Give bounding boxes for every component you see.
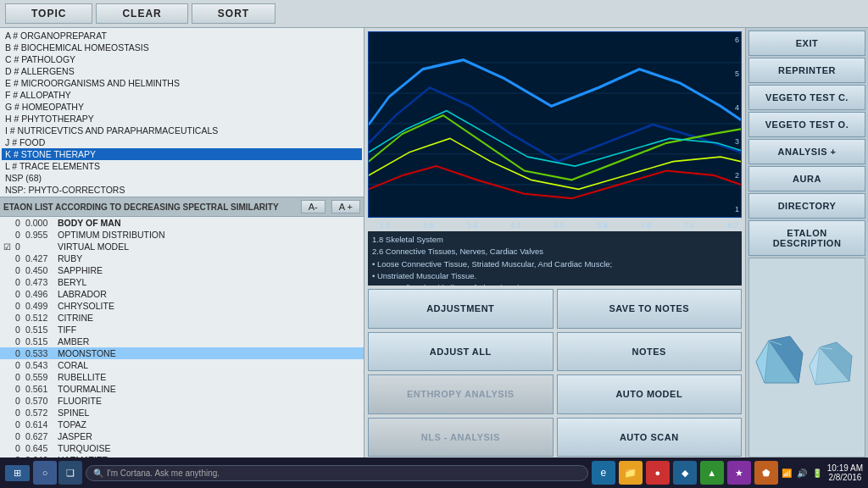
etalon-row[interactable]: 00.000BODY OF MAN [0,217,364,229]
etalon-zero: 0 [15,265,25,275]
auto-scan-button[interactable]: AUTO SCAN [557,418,743,458]
reprinter-button[interactable]: REPRINTER [748,58,865,83]
volume-icon: 🔊 [797,469,807,478]
a-plus-button[interactable]: A + [331,200,360,214]
a-minus-button[interactable]: A- [301,200,326,214]
topic-item[interactable]: G # HOMEOPATHY [2,101,362,113]
start-button[interactable]: ⊞ [5,465,30,481]
nls-button: NLS - ANALYSIS [368,418,554,458]
topic-item[interactable]: B # BIOCHEMICAL HOMEOSTASIS [2,42,362,53]
etalon-row[interactable]: 00.496LABRADOR [0,288,364,300]
system-clock: 10:19 AM 2/8/2016 [827,463,863,482]
etalon-name: LABRADOR [58,289,360,299]
etalon-list[interactable]: 00.000BODY OF MAN00.955OPTIMUM DISTRIBUT… [0,217,364,460]
battery-icon: 🔋 [812,469,822,478]
etalon-name: TURQUOISE [58,443,360,453]
etalon-name: SPINEL [58,408,360,418]
search-placeholder: I'm Cortana. Ask me anything. [107,469,220,478]
etalon-row[interactable]: 00.955OPTIMUM DISTRIBUTION [0,229,364,241]
vegeto-o-button[interactable]: VEGETO TEST O. [748,112,865,137]
stone-svg [752,324,862,391]
etalon-zero: 0 [15,289,25,299]
search-bar[interactable]: 🔍 I'm Cortana. Ask me anything. [86,465,588,481]
notes-button[interactable]: NOTES [557,332,743,372]
app-icon-4[interactable]: ◆ [673,461,697,485]
topic-item[interactable]: H # PHYTOTHERAPY [2,113,362,125]
etalon-value: 0.512 [25,313,58,323]
sort-button[interactable]: SORT [192,3,275,24]
etalon-value: 0.533 [25,348,58,358]
chart-area: 6 5 4 3 2 1 [368,31,742,218]
etalon-zero: 0 [15,396,25,406]
etalon-value: 0.496 [25,289,58,299]
app-icon-5[interactable]: ▲ [700,461,724,485]
app-icon-6[interactable]: ★ [727,461,751,485]
etalon-checkbox[interactable]: ☑ [3,242,15,252]
etalon-desc-button[interactable]: ETALON DESCRIPTION [748,220,865,256]
clear-button[interactable]: CLEAR [96,3,187,24]
etalon-value: 0.427 [25,253,58,263]
etalon-row[interactable]: 00.515TIFF [0,324,364,336]
etalon-value: 0.572 [25,408,58,418]
etalon-row[interactable]: 00.450SAPPHIRE [0,264,364,276]
directory-button[interactable]: DIRECTORY [748,193,865,219]
etalon-row[interactable]: 00.427RUBY [0,252,364,264]
adjust-all-button[interactable]: ADJUST ALL [368,332,554,372]
auto-model-button[interactable]: AUTO MODEL [557,374,743,414]
topic-list[interactable]: A # ORGANOPREPARATB # BIOCHEMICAL HOMEOS… [0,28,364,197]
topic-item[interactable]: NSP: PHYTO-CORRECTORS [2,184,362,196]
etalon-row[interactable]: 00.533MOONSTONE [0,347,364,359]
cortana-icon[interactable]: ○ [33,461,57,485]
topic-item[interactable]: E # MICROORGANISMS AND HELMINTHS [2,77,362,89]
etalon-name: AMBER [58,336,360,347]
topic-item[interactable]: J # FOOD [2,136,362,148]
etalon-name: RUBY [58,253,360,263]
etalon-row[interactable]: 00.499CHRYSOLITE [0,300,364,312]
etalon-row[interactable]: ☑0VIRTUAL MODEL [0,241,364,252]
topic-item[interactable]: L # TRACE ELEMENTS [2,160,362,172]
top-toolbar: TOPIC CLEAR SORT [0,0,868,28]
etalon-name: CHRYSOLITE [58,301,360,311]
etalon-row[interactable]: 00.614TOPAZ [0,419,364,430]
explorer-icon[interactable]: 📁 [619,461,643,485]
etalon-zero: 0 [15,241,25,252]
topic-item[interactable]: NSP (68) [2,172,362,184]
topic-item[interactable]: K # STONE THERAPY [2,148,362,160]
edge-icon[interactable]: e [592,461,615,485]
etalon-row[interactable]: 00.543CORAL [0,359,364,371]
left-panel: A # ORGANOPREPARATB # BIOCHEMICAL HOMEOS… [0,28,364,460]
topic-item[interactable]: A # ORGANOPREPARAT [2,30,362,42]
etalon-name: CORAL [58,360,360,370]
etalon-row[interactable]: 00.473BERYL [0,276,364,288]
exit-button[interactable]: EXIT [748,30,865,56]
etalon-value: 0.955 [25,230,58,240]
taskbar-icons: ○ ❑ [33,461,82,485]
aura-button[interactable]: AURA [748,166,865,191]
topic-item[interactable]: I # NUTRICEVTICS AND PARAPHARMACEUTICALS [2,125,362,136]
etalon-row[interactable]: 00.561TOURMALINE [0,383,364,395]
etalon-value: 0.614 [25,419,58,430]
save-to-notes-button[interactable]: SAVE TO NOTES [557,289,743,329]
topic-button[interactable]: TOPIC [5,3,92,24]
topic-item[interactable]: C # PATHOLOGY [2,53,362,65]
etalon-row[interactable]: 00.572SPINEL [0,407,364,419]
etalon-row[interactable]: 00.570FLUORITE [0,395,364,407]
etalon-row[interactable]: 00.512CITRINE [0,312,364,324]
adjustment-button[interactable]: ADJUSTMENT [368,289,554,329]
etalon-row[interactable]: 00.515AMBER [0,336,364,347]
etalon-value: 0.000 [25,218,58,228]
etalon-row[interactable]: 00.627JASPER [0,430,364,442]
etalon-value: 0.515 [25,324,58,335]
app-icon-7[interactable]: ⬟ [754,461,778,485]
topic-item[interactable]: F # ALLOPATHY [2,89,362,101]
etalon-row[interactable]: 00.645TURQUOISE [0,442,364,454]
etalon-name: SAPPHIRE [58,265,360,275]
analysis-button[interactable]: ANALYSIS + [748,139,865,164]
app-icon-3[interactable]: ● [646,461,670,485]
vegeto-c-button[interactable]: VEGETO TEST C. [748,85,865,110]
center-panel: 6 5 4 3 2 1 1.8 2.6 3.4 4.2 4.9 5.8 6.6 … [364,28,745,460]
etalon-zero: 0 [15,360,25,370]
topic-item[interactable]: D # ALLERGENS [2,65,362,77]
task-view-icon[interactable]: ❑ [58,461,82,485]
etalon-row[interactable]: 00.559RUBELLITE [0,371,364,383]
